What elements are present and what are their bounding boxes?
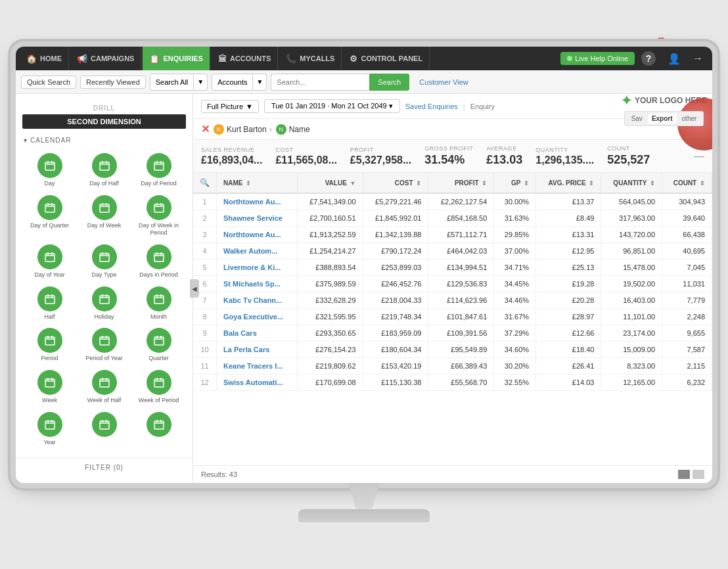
row-name[interactable]: Northtowne Au... bbox=[217, 227, 298, 243]
full-picture-button[interactable]: Full Picture ▼ bbox=[201, 100, 259, 113]
row-name[interactable]: Northtowne Au... bbox=[217, 193, 298, 210]
calendar-item-days-in-period[interactable]: Days in Period bbox=[133, 242, 185, 281]
search-input[interactable] bbox=[271, 74, 369, 91]
day-of-week-label: Day of Week bbox=[87, 222, 121, 229]
save-tab[interactable]: Sav bbox=[627, 114, 647, 124]
nav-accounts[interactable]: 🏛 ACCOUNTS bbox=[212, 47, 278, 70]
calendar-item-day-of-week[interactable]: Day of Week bbox=[78, 193, 130, 239]
calendar-item-day-of-half[interactable]: Day of Half bbox=[78, 150, 130, 190]
data-table: 🔍 NAME ⇕ VALUE ▼ COST ⇕ PROFIT ⇕ GP ⇕ AV… bbox=[193, 173, 712, 391]
row-name[interactable]: Goya Executive... bbox=[217, 309, 298, 325]
calendar-item-week-of-half[interactable]: Week of Half bbox=[78, 367, 130, 407]
nav-controlpanel[interactable]: ⚙ CONTROL PANEL bbox=[343, 47, 430, 70]
col-name[interactable]: NAME ⇕ bbox=[217, 173, 298, 193]
row-name[interactable]: La Perla Cars bbox=[217, 342, 298, 358]
row-profit: £109,391.56 bbox=[428, 325, 494, 342]
col-avg-price[interactable]: AVG. PRICE ⇕ bbox=[536, 173, 601, 193]
row-count: 66,438 bbox=[662, 227, 712, 243]
row-name[interactable]: Kabc Tv Chann... bbox=[217, 292, 298, 309]
calendar-item-day-of-week-in-period[interactable]: Day of Week in Period bbox=[133, 193, 185, 239]
svg-rect-28 bbox=[100, 254, 109, 262]
nav-mycalls[interactable]: 📞 MYCALLS bbox=[279, 47, 342, 70]
svg-rect-44 bbox=[154, 296, 164, 304]
calendar-item-day-of-period[interactable]: Day of Period bbox=[133, 150, 185, 190]
week-of-half-icon bbox=[92, 370, 117, 395]
search-go-button[interactable]: Search bbox=[369, 74, 409, 91]
second-dimension-button[interactable]: SECOND DIMENSION bbox=[22, 114, 186, 129]
other-tab[interactable]: other bbox=[678, 114, 701, 124]
customer-view-link[interactable]: Customer View bbox=[419, 78, 468, 86]
calendar-item-day[interactable]: Day bbox=[24, 150, 76, 190]
col-cost[interactable]: COST ⇕ bbox=[363, 173, 428, 193]
calendar-item-year[interactable]: Year bbox=[24, 409, 76, 449]
row-name[interactable]: Livermore & Ki... bbox=[217, 260, 298, 276]
row-name[interactable]: Walker Autom... bbox=[217, 243, 298, 260]
period-of-year-icon bbox=[92, 328, 117, 353]
row-name[interactable]: St Michaels Sp... bbox=[217, 276, 298, 292]
nav-campaigns[interactable]: 📢 CAMPAIGNS bbox=[70, 47, 141, 70]
nav-enquiries[interactable]: 📋 ENQUIRIES bbox=[143, 47, 210, 70]
row-avg-price: £25.13 bbox=[536, 260, 601, 276]
svg-rect-52 bbox=[100, 337, 109, 345]
row-name[interactable]: Shawnee Service bbox=[217, 210, 298, 227]
row-avg-price: £14.03 bbox=[536, 375, 601, 391]
recently-viewed-button[interactable]: Recently Viewed bbox=[80, 76, 146, 89]
table-body: 1Northtowne Au...£7,541,349.00£5,279,221… bbox=[193, 193, 712, 391]
col-search[interactable]: 🔍 bbox=[193, 173, 217, 193]
row-name[interactable]: Keane Tracers I... bbox=[217, 358, 298, 375]
calendar-item-week-of-period[interactable]: Week of Period bbox=[133, 367, 185, 407]
col-quantity[interactable]: QUANTITY ⇕ bbox=[601, 173, 662, 193]
row-count: 7,779 bbox=[662, 292, 712, 309]
calendar-item-month[interactable]: Month bbox=[133, 284, 185, 323]
row-avg-price: £20.28 bbox=[536, 292, 601, 309]
col-count[interactable]: COUNT ⇕ bbox=[662, 173, 712, 193]
calendar-item-extra2[interactable] bbox=[133, 409, 185, 449]
col-profit[interactable]: PROFIT ⇕ bbox=[428, 173, 494, 193]
profit-value: £5,327,958... bbox=[350, 154, 411, 166]
calendar-item-extra1[interactable] bbox=[78, 409, 130, 449]
col-value[interactable]: VALUE ▼ bbox=[297, 173, 363, 193]
svg-rect-0 bbox=[45, 162, 55, 170]
calendar-item-day-type[interactable]: Day Type bbox=[78, 242, 130, 281]
calendar-item-holiday[interactable]: Holiday bbox=[78, 284, 130, 323]
calendar-item-period-of-year[interactable]: Period of Year bbox=[78, 325, 130, 365]
calendar-item-week[interactable]: Week bbox=[24, 367, 76, 407]
col-gp[interactable]: GP ⇕ bbox=[494, 173, 536, 193]
user-profile-button[interactable]: 👤 bbox=[662, 47, 686, 70]
saved-enquiries-link[interactable]: Saved Enquiries bbox=[405, 102, 458, 110]
calendar-toggle[interactable]: ▾ CALENDAR bbox=[16, 134, 193, 147]
nav-home[interactable]: 🏠 HOME bbox=[20, 47, 69, 70]
calendar-item-half[interactable]: Half bbox=[24, 284, 76, 323]
breadcrumb-person: K Kurt Barton › bbox=[214, 124, 272, 135]
calendar-item-day-of-year[interactable]: Day of Year bbox=[24, 242, 76, 281]
calendar-item-period[interactable]: Period bbox=[24, 325, 76, 365]
filter-label[interactable]: FILTER (0) bbox=[16, 458, 193, 476]
row-name[interactable]: Bala Cars bbox=[217, 325, 298, 342]
search-all-arrow[interactable]: ▼ bbox=[194, 74, 208, 91]
row-num: 3 bbox=[193, 227, 217, 243]
row-name[interactable]: Swiss Automati... bbox=[217, 375, 298, 391]
enquiry-tab-link[interactable]: Enquiry bbox=[470, 102, 495, 110]
list-view-icon[interactable] bbox=[693, 470, 704, 479]
row-gp: 37.00% bbox=[494, 243, 536, 260]
year-icon bbox=[37, 412, 62, 437]
row-cost: £790,172.24 bbox=[363, 243, 428, 260]
live-help-button[interactable]: Live Help Online bbox=[560, 52, 635, 65]
calendar-item-quarter[interactable]: Quarter bbox=[133, 325, 185, 365]
help-button[interactable]: ? bbox=[636, 47, 661, 70]
nav-mycalls-label: MYCALLS bbox=[300, 55, 334, 62]
breadcrumb-close-button[interactable]: ✕ bbox=[201, 123, 210, 135]
svg-rect-60 bbox=[45, 379, 55, 387]
date-range-button[interactable]: Tue 01 Jan 2019 · Mon 21 Oct 2049 ▾ bbox=[264, 99, 400, 113]
calendar-item-day-of-quarter[interactable]: Day of Quarter bbox=[24, 193, 76, 239]
sidebar-collapse-arrow[interactable]: ◀ bbox=[190, 279, 199, 298]
row-quantity: 16,403.00 bbox=[601, 292, 662, 309]
quick-search-button[interactable]: Quick Search bbox=[21, 76, 76, 89]
grid-view-icon[interactable] bbox=[678, 470, 690, 479]
export-tab[interactable]: Export bbox=[648, 114, 677, 124]
summary-collapse-button[interactable]: — bbox=[694, 150, 704, 162]
logout-button[interactable]: → bbox=[687, 47, 708, 70]
average-label: AVERAGE bbox=[486, 145, 522, 152]
accounts-arrow[interactable]: ▼ bbox=[253, 74, 267, 91]
row-count: 2,115 bbox=[662, 358, 712, 375]
